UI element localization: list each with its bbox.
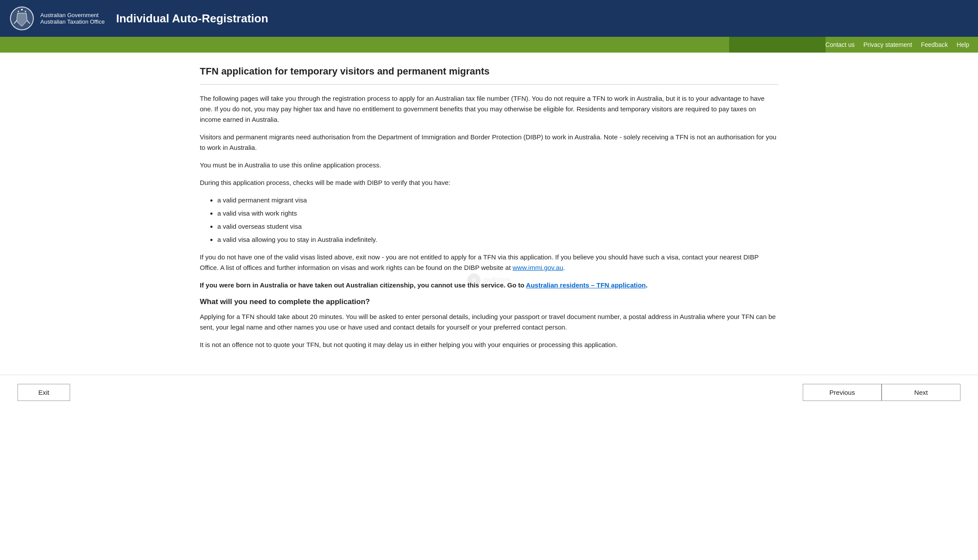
paragraph-6-bold: If you were born in Australia or have ta… bbox=[200, 281, 526, 289]
svg-point-2 bbox=[21, 9, 23, 11]
paragraph-4: During this application process, checks … bbox=[200, 177, 778, 188]
immi-gov-link[interactable]: www.immi.gov.au bbox=[513, 264, 563, 271]
visa-list: a valid permanent migrant visa a valid v… bbox=[217, 195, 778, 245]
nav-links: Contact us Privacy statement Feedback He… bbox=[826, 41, 969, 48]
paragraph-6-end: . bbox=[646, 281, 648, 289]
exit-button[interactable]: Exit bbox=[18, 384, 70, 401]
content-section: The following pages will take you throug… bbox=[200, 93, 778, 350]
heading-divider bbox=[200, 84, 778, 85]
nav-bar-left-accent bbox=[729, 37, 826, 53]
section2-heading: What will you need to complete the appli… bbox=[200, 298, 778, 306]
list-item-2: a valid visa with work rights bbox=[217, 208, 778, 219]
page-heading: TFN application for temporary visitors a… bbox=[200, 66, 778, 77]
paragraph-5-text: If you do not have one of the valid visa… bbox=[200, 253, 758, 271]
logo-block: Australian Government Australian Taxatio… bbox=[9, 5, 105, 32]
paragraph-7: Applying for a TFN should take about 20 … bbox=[200, 312, 778, 333]
svg-point-3 bbox=[18, 11, 19, 12]
gov-text-block: Australian Government Australian Taxatio… bbox=[40, 12, 105, 25]
main-content: TFN application for temporary visitors a… bbox=[182, 53, 796, 366]
paragraph-5-end: . bbox=[563, 264, 565, 271]
paragraph-5: If you do not have one of the valid visa… bbox=[200, 252, 778, 273]
paragraph-2: Visitors and permanent migrants need aut… bbox=[200, 132, 778, 153]
help-link[interactable]: Help bbox=[957, 41, 969, 48]
nav-bar: Contact us Privacy statement Feedback He… bbox=[0, 37, 978, 53]
contact-us-link[interactable]: Contact us bbox=[826, 41, 855, 48]
right-nav-buttons: Previous Next bbox=[803, 384, 960, 401]
previous-button[interactable]: Previous bbox=[803, 384, 882, 401]
bottom-nav: Exit Previous Next bbox=[0, 375, 978, 410]
list-item-4: a valid visa allowing you to stay in Aus… bbox=[217, 234, 778, 245]
privacy-statement-link[interactable]: Privacy statement bbox=[863, 41, 912, 48]
paragraph-1: The following pages will take you throug… bbox=[200, 93, 778, 125]
aus-residents-link[interactable]: Australian residents – TFN application bbox=[526, 281, 645, 289]
svg-point-4 bbox=[25, 11, 26, 12]
page-title-header: Individual Auto-Registration bbox=[116, 12, 268, 25]
paragraph-6: If you were born in Australia or have ta… bbox=[200, 280, 778, 291]
page-header: Australian Government Australian Taxatio… bbox=[0, 0, 978, 37]
list-item-1: a valid permanent migrant visa bbox=[217, 195, 778, 206]
list-item-3: a valid overseas student visa bbox=[217, 221, 778, 232]
feedback-link[interactable]: Feedback bbox=[921, 41, 948, 48]
gov-line1: Australian Government bbox=[40, 12, 105, 18]
coat-of-arms-icon bbox=[9, 5, 35, 32]
paragraph-8: It is not an offence not to quote your T… bbox=[200, 340, 778, 350]
gov-line2: Australian Taxation Office bbox=[40, 18, 105, 25]
paragraph-3: You must be in Australia to use this onl… bbox=[200, 160, 778, 170]
next-button[interactable]: Next bbox=[882, 384, 960, 401]
